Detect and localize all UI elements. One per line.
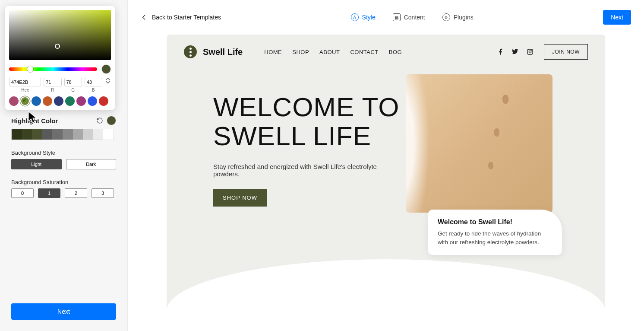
preview-nav: HOMESHOPABOUTCONTACTBOG: [264, 49, 402, 55]
instagram-icon[interactable]: [527, 48, 534, 55]
preset-swatches: [9, 96, 111, 106]
hero-text: WELCOME TO SWELL LIFE Stay refreshed and…: [213, 93, 403, 207]
style-icon: A: [351, 13, 359, 21]
shop-now-button[interactable]: SHOP NOW: [213, 189, 267, 207]
color-picker-popup: Hex R G B: [5, 6, 115, 110]
facebook-icon[interactable]: [497, 48, 504, 55]
bg-sat-0[interactable]: 0: [11, 188, 34, 198]
bg-sat-2[interactable]: 2: [65, 188, 87, 198]
bg-style-dark[interactable]: Dark: [66, 159, 117, 169]
svg-point-1: [529, 51, 531, 53]
hero-title: WELCOME TO SWELL LIFE: [213, 93, 403, 151]
nav-link-about[interactable]: ABOUT: [319, 49, 340, 55]
bg-sat-1[interactable]: 1: [38, 188, 60, 198]
content-icon: ▦: [393, 13, 401, 21]
hero-subtitle: Stay refreshed and energized with Swell …: [213, 163, 403, 178]
current-color-swatch: [101, 64, 111, 74]
preset-swatch-3[interactable]: [43, 96, 52, 106]
nav-link-shop[interactable]: SHOP: [292, 49, 309, 55]
nav-style[interactable]: A Style: [351, 13, 376, 21]
reset-icon[interactable]: [96, 117, 103, 124]
bg-style-label: Background Style: [11, 150, 116, 156]
top-next-button[interactable]: Next: [603, 10, 631, 25]
preset-swatch-7[interactable]: [88, 96, 97, 106]
saturation-field[interactable]: [9, 10, 111, 60]
sidebar-next-button[interactable]: Next: [11, 303, 116, 320]
nav-link-bog[interactable]: BOG: [389, 49, 402, 55]
hue-slider[interactable]: [9, 67, 97, 71]
bg-sat-3[interactable]: 3: [92, 188, 114, 198]
card-title: Welcome to Swell Life!: [438, 218, 552, 226]
g-input[interactable]: [64, 78, 82, 86]
hex-input[interactable]: [9, 78, 41, 86]
preset-swatch-8[interactable]: [99, 96, 108, 106]
highlight-color-title: Highlight Color: [11, 117, 93, 124]
main-area: Back to Starter Templates A Style ▦ Cont…: [128, 0, 644, 331]
nav-link-contact[interactable]: CONTACT: [350, 49, 378, 55]
preset-swatch-1[interactable]: [20, 96, 30, 106]
b-label: B: [85, 88, 102, 92]
highlight-color-swatch[interactable]: [107, 116, 116, 125]
top-nav: A Style ▦ Content ⚙ Plugins: [221, 13, 603, 21]
svg-point-2: [531, 50, 532, 51]
nav-link-home[interactable]: HOME: [264, 49, 282, 55]
style-sidebar: Hex R G B Highlight Color: [0, 0, 128, 331]
nav-plugins[interactable]: ⚙ Plugins: [442, 13, 474, 21]
arrow-left-icon: [141, 14, 148, 21]
preset-swatch-6[interactable]: [76, 96, 86, 106]
welcome-card: Welcome to Swell Life! Get ready to ride…: [428, 210, 562, 255]
hue-handle[interactable]: [27, 66, 33, 72]
format-toggle[interactable]: [105, 78, 111, 83]
preset-swatch-5[interactable]: [65, 96, 75, 106]
social-icons: [497, 48, 534, 55]
nav-plugins-label: Plugins: [454, 14, 474, 21]
preset-swatch-0[interactable]: [9, 96, 19, 106]
bg-saturation-label: Background Saturation: [11, 179, 116, 185]
g-label: G: [64, 88, 82, 92]
bg-style-light[interactable]: Light: [11, 159, 62, 169]
r-label: R: [44, 88, 61, 92]
brand-logo[interactable]: [184, 45, 197, 58]
hex-label: Hex: [9, 88, 41, 92]
top-bar: Back to Starter Templates A Style ▦ Cont…: [128, 0, 644, 35]
hero-image: [406, 74, 552, 213]
r-input[interactable]: [44, 78, 61, 86]
back-link[interactable]: Back to Starter Templates: [141, 14, 221, 21]
palette-strip[interactable]: [11, 129, 114, 140]
preset-swatch-2[interactable]: [32, 96, 41, 106]
twitter-icon[interactable]: [512, 48, 519, 55]
nav-content-label: Content: [404, 14, 425, 21]
preview-frame: Swell Life HOMESHOPABOUTCONTACTBOG JOIN …: [167, 35, 605, 311]
join-now-button[interactable]: JOIN NOW: [544, 44, 588, 60]
plugins-icon: ⚙: [442, 13, 450, 21]
brand-name: Swell Life: [203, 47, 243, 57]
saturation-handle[interactable]: [55, 44, 60, 49]
nav-content[interactable]: ▦ Content: [393, 13, 425, 21]
b-input[interactable]: [85, 78, 102, 86]
card-body: Get ready to ride the waves of hydration…: [438, 229, 552, 246]
nav-style-label: Style: [362, 14, 376, 21]
back-link-label: Back to Starter Templates: [152, 14, 221, 21]
preview-header: Swell Life HOMESHOPABOUTCONTACTBOG JOIN …: [184, 44, 588, 60]
preset-swatch-4[interactable]: [54, 96, 63, 106]
